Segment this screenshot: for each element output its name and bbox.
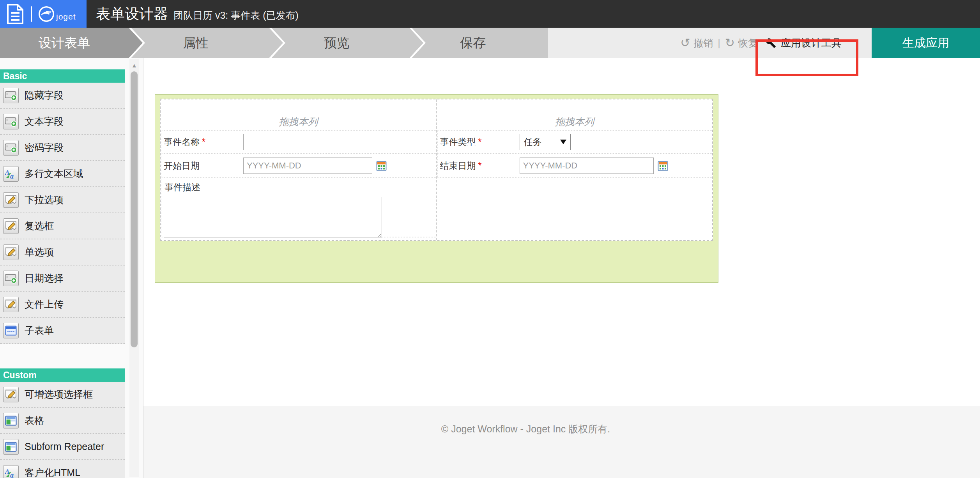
end-date-input[interactable] [520, 158, 654, 174]
form-column-left[interactable]: 拖拽本列 事件名称* 开始日期 [161, 99, 436, 240]
input-add-icon [3, 271, 19, 286]
start-date-input[interactable] [243, 158, 372, 174]
pencil-panel-icon [3, 192, 19, 208]
scrollbar-thumb[interactable] [131, 71, 138, 347]
palette-item[interactable]: 表格 [0, 408, 125, 434]
palette-item-label: 表格 [25, 414, 44, 427]
palette-sidebar: Basic隐藏字段文本字段密码字段Aa多行文本区域下拉选项复选框单选项日期选择文… [0, 58, 143, 478]
palette-item-label: Subform Repeater [25, 441, 104, 452]
form-field-row[interactable]: 结束日期* [437, 153, 713, 178]
form-column-right[interactable]: 拖拽本列 事件类型* 任务 结束日期* [436, 99, 713, 240]
page-subtitle: 团队日历 v3: 事件表 (已发布) [173, 9, 299, 22]
redo-button[interactable]: 恢复 [738, 37, 758, 50]
tab-design-form[interactable]: 设计表单 [0, 28, 143, 58]
joget-logo: joget [37, 5, 76, 23]
calendar-icon[interactable] [376, 161, 387, 171]
palette-item[interactable]: 单选项 [0, 239, 125, 266]
generate-app-button[interactable]: 生成应用 [872, 28, 980, 58]
form-field-row[interactable]: 事件类型* 任务 [437, 130, 713, 154]
palette-item-label: 下拉选项 [25, 193, 64, 206]
input-add-icon [3, 140, 19, 156]
form-field-row[interactable]: 事件描述 [161, 177, 436, 237]
palette-item-label: 密码字段 [25, 141, 64, 154]
app-design-tools-button[interactable]: 应用设计工具 [766, 28, 842, 58]
brand-name: joget [56, 12, 76, 23]
palette-section: Custom可增选项选择框表格Subform RepeaterAa客户化HTML [0, 368, 125, 478]
field-label: 事件类型 [440, 137, 476, 147]
joget-logo-icon [37, 5, 55, 23]
palette-item-label: 可增选项选择框 [25, 388, 93, 401]
logo-block[interactable]: joget [0, 0, 87, 28]
grid-icon [3, 413, 19, 428]
tab-properties[interactable]: 属性 [131, 28, 283, 58]
form-section[interactable]: 拖拽本列 事件名称* 开始日期 [160, 99, 713, 241]
designer-content: 拖拽本列 事件名称* 开始日期 [143, 58, 980, 478]
wizard-tabs: 设计表单 属性 预览 保存 [0, 28, 548, 58]
event-name-input[interactable] [243, 134, 372, 150]
copyright-text: © Joget Workflow - Joget Inc 版权所有. [143, 423, 980, 436]
palette-item-label: 子表单 [25, 324, 54, 337]
palette-item[interactable]: Aa多行文本区域 [0, 161, 125, 187]
palette-item[interactable]: 隐藏字段 [0, 83, 125, 109]
palette-item[interactable]: 文件上传 [0, 292, 125, 318]
form-canvas[interactable]: 拖拽本列 事件名称* 开始日期 [155, 94, 718, 283]
palette-item[interactable]: 复选框 [0, 213, 125, 239]
subform-icon [3, 323, 19, 338]
pencil-panel-icon [3, 244, 19, 260]
separator: | [718, 37, 720, 49]
palette-section: Basic隐藏字段文本字段密码字段Aa多行文本区域下拉选项复选框单选项日期选择文… [0, 69, 125, 344]
tab-preview[interactable]: 预览 [271, 28, 423, 58]
tab-save[interactable]: 保存 [412, 28, 548, 58]
event-type-select[interactable]: 任务 [520, 134, 571, 150]
drop-hint: 拖拽本列 [161, 99, 436, 131]
undo-redo-group: ↺ 撤销 | ↻ 恢复 [680, 28, 758, 58]
palette-item[interactable]: 下拉选项 [0, 187, 125, 213]
palette-list: Basic隐藏字段文本字段密码字段Aa多行文本区域下拉选项复选框单选项日期选择文… [0, 58, 125, 478]
app-design-tools-label: 应用设计工具 [781, 36, 842, 50]
svg-text:A: A [5, 169, 9, 176]
document-icon [6, 4, 24, 25]
palette-item-label: 文本字段 [25, 115, 64, 128]
wrench-icon [766, 38, 776, 48]
form-field-row[interactable]: 开始日期 [161, 153, 436, 178]
palette-item-label: 单选项 [25, 246, 54, 258]
field-label: 开始日期 [164, 161, 200, 171]
tab-strip: 设计表单 属性 预览 保存 ↺ 撤销 | ↻ 恢复 应用设计工具 生成应用 [0, 28, 980, 58]
palette-item[interactable]: 子表单 [0, 318, 125, 344]
palette-item-label: 日期选择 [25, 272, 64, 285]
undo-button[interactable]: 撤销 [693, 37, 713, 50]
palette-item-label: 隐藏字段 [25, 89, 64, 102]
input-add-icon [3, 114, 19, 129]
palette-item-label: 复选框 [25, 220, 54, 232]
palette-item[interactable]: 文本字段 [0, 109, 125, 135]
page-footer: © Joget Workflow - Joget Inc 版权所有. [143, 406, 980, 478]
caret-down-icon [560, 140, 566, 144]
field-label: 结束日期 [440, 161, 476, 171]
calendar-icon[interactable] [658, 161, 668, 171]
scroll-up-icon[interactable]: ▲ [129, 59, 139, 69]
textarea-icon: Aa [3, 465, 19, 478]
page-title: 表单设计器 [96, 0, 168, 28]
palette-scrollbar[interactable]: ▲ [129, 59, 139, 477]
palette-section-header: Basic [0, 69, 125, 83]
selected-option: 任务 [524, 136, 542, 148]
palette-item-label: 客户化HTML [25, 466, 80, 478]
palette-item[interactable]: 可增选项选择框 [0, 382, 125, 408]
palette-item[interactable]: 密码字段 [0, 135, 125, 161]
redo-icon[interactable]: ↻ [725, 37, 735, 49]
divider [31, 6, 32, 22]
form-field-row[interactable]: 事件名称* [161, 130, 436, 154]
drop-hint: 拖拽本列 [437, 99, 713, 131]
palette-item-label: 多行文本区域 [25, 167, 83, 180]
pencil-panel-icon [3, 218, 19, 234]
palette-item[interactable]: 日期选择 [0, 266, 125, 292]
required-marker: * [478, 161, 482, 171]
undo-icon[interactable]: ↺ [680, 37, 690, 49]
form-designer-page: { "header": { "brand": "joget", "title":… [0, 0, 980, 478]
required-marker: * [202, 137, 205, 147]
event-description-textarea[interactable] [164, 197, 382, 237]
pencil-panel-icon [3, 387, 19, 402]
palette-item[interactable]: Subform Repeater [0, 434, 125, 460]
palette-item[interactable]: Aa客户化HTML [0, 460, 125, 478]
pencil-panel-icon [3, 297, 19, 312]
